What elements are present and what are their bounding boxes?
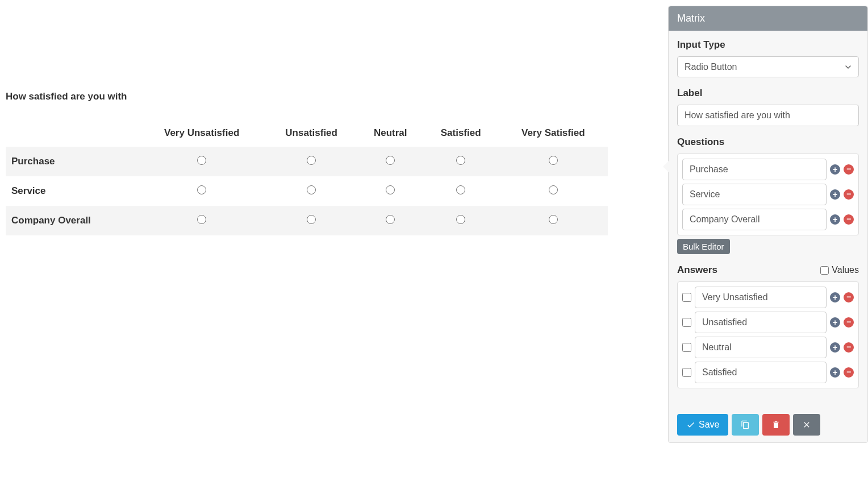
matrix-radio[interactable] [386,215,395,224]
remove-answer-button[interactable]: − [844,292,854,302]
save-button-label: Save [699,420,719,430]
panel-body: Input Type Radio Button Label Questions … [669,31,867,407]
answer-checkbox[interactable] [682,368,691,377]
input-type-label: Input Type [677,39,859,51]
values-checkbox[interactable] [820,266,829,275]
questions-group: Questions + − + − + − Bulk Editor [677,136,859,254]
matrix-radio[interactable] [549,215,558,224]
panel-title: Matrix [669,6,867,31]
copy-button[interactable] [732,414,759,436]
minus-icon: − [844,164,854,175]
question-item: + − [682,159,854,180]
column-header: Neutral [358,119,423,147]
answer-item: + − [682,362,854,383]
panel-footer: Save [669,407,867,442]
column-header: Unsatisfied [265,119,358,147]
answer-checkbox[interactable] [682,343,691,352]
answers-label: Answers [677,264,717,276]
bulk-editor-button[interactable]: Bulk Editor [677,239,730,254]
add-answer-button[interactable]: + [830,367,840,378]
column-header: Very Unsatisfied [139,119,265,147]
answer-checkbox[interactable] [682,293,691,302]
remove-answer-button[interactable]: − [844,367,854,378]
answer-item: + − [682,337,854,358]
matrix-radio[interactable] [549,185,558,194]
copy-icon [741,420,750,429]
matrix-radio[interactable] [386,156,395,165]
input-type-select[interactable]: Radio Button [677,56,859,77]
answer-input[interactable] [695,312,827,333]
row-label: Purchase [6,147,139,176]
values-label: Values [832,265,859,275]
minus-icon: − [844,317,854,328]
plus-icon: + [830,292,840,302]
matrix-radio[interactable] [456,156,465,165]
add-question-button[interactable]: + [830,214,840,225]
main-preview-area: How satisfied are you with Very Unsatisf… [0,0,614,241]
answers-box: + − + − + − + [677,281,859,388]
remove-question-button[interactable]: − [844,214,854,225]
remove-question-button[interactable]: − [844,164,854,175]
add-answer-button[interactable]: + [830,317,840,328]
answer-input[interactable] [695,287,827,308]
add-question-button[interactable]: + [830,189,840,200]
close-icon [802,420,811,429]
matrix-radio[interactable] [307,215,316,224]
matrix-radio[interactable] [307,156,316,165]
column-header: Very Satisfied [499,119,608,147]
remove-answer-button[interactable]: − [844,317,854,328]
trash-icon [771,420,781,429]
answer-item: + − [682,287,854,308]
minus-icon: − [844,367,854,378]
label-group: Label [677,88,859,126]
question-input[interactable] [682,159,827,180]
answer-checkbox[interactable] [682,318,691,327]
table-row: Company Overall [6,206,608,235]
matrix-radio[interactable] [549,156,558,165]
remove-answer-button[interactable]: − [844,342,854,353]
add-question-button[interactable]: + [830,164,840,175]
panel-pointer-icon [663,161,669,172]
matrix-radio[interactable] [307,185,316,194]
matrix-radio[interactable] [197,185,206,194]
question-item: + − [682,184,854,205]
properties-panel: Matrix Input Type Radio Button Label Que… [668,6,868,443]
answer-input[interactable] [695,337,827,358]
matrix-question-label: How satisfied are you with [6,91,608,102]
plus-icon: + [830,164,840,175]
answer-item: + − [682,312,854,333]
row-label: Company Overall [6,206,139,235]
matrix-radio[interactable] [456,215,465,224]
add-answer-button[interactable]: + [830,342,840,353]
matrix-radio[interactable] [386,185,395,194]
minus-icon: − [844,292,854,302]
remove-question-button[interactable]: − [844,189,854,200]
add-answer-button[interactable]: + [830,292,840,302]
plus-icon: + [830,214,840,225]
plus-icon: + [830,367,840,378]
matrix-radio[interactable] [197,215,206,224]
row-label: Service [6,176,139,206]
plus-icon: + [830,317,840,328]
matrix-table: Very Unsatisfied Unsatisfied Neutral Sat… [6,119,608,235]
table-row: Service [6,176,608,206]
label-field-label: Label [677,88,859,99]
questions-box: + − + − + − [677,154,859,235]
check-icon [686,420,695,429]
matrix-radio[interactable] [456,185,465,194]
input-type-group: Input Type Radio Button [677,39,859,77]
answers-group: Answers Values + − + − [677,264,859,388]
minus-icon: − [844,189,854,200]
matrix-radio[interactable] [197,156,206,165]
answer-input[interactable] [695,362,827,383]
save-button[interactable]: Save [677,414,728,436]
plus-icon: + [830,342,840,353]
table-row: Purchase [6,147,608,176]
question-input[interactable] [682,184,827,205]
values-toggle[interactable]: Values [820,265,859,275]
question-input[interactable] [682,209,827,230]
label-input[interactable] [677,105,859,126]
close-button[interactable] [793,414,820,436]
questions-label: Questions [677,136,859,148]
delete-button[interactable] [762,414,790,436]
